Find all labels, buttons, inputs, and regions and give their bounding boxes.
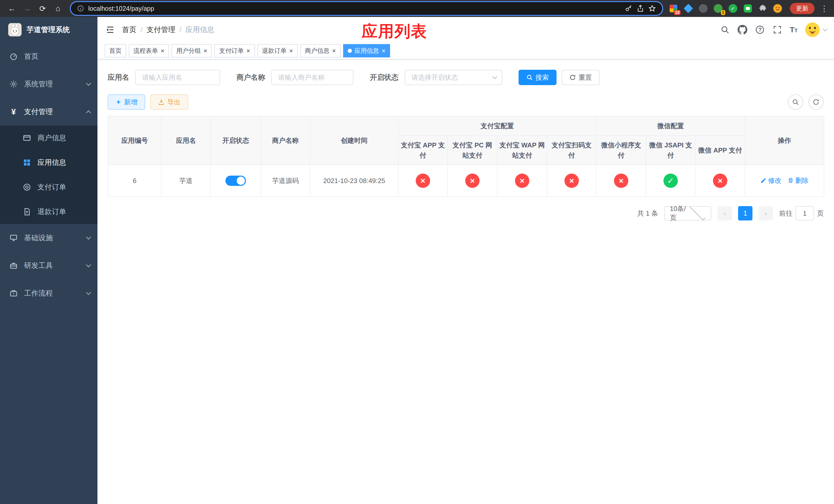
sidebar-item-home[interactable]: 首页: [0, 43, 97, 70]
toggle-search-button[interactable]: [788, 94, 803, 110]
address-bar[interactable]: localhost:1024/pay/app: [71, 2, 662, 15]
sub-header-alipay-wap: 支付宝 WAP 网站支付: [497, 136, 547, 165]
config-status-icon[interactable]: ×: [713, 174, 727, 188]
extensions-puzzle-icon[interactable]: [758, 3, 768, 14]
pagination: 共 1 条 10条/页 ‹ 1 › 前往 页: [108, 206, 824, 221]
status-select[interactable]: 请选择开启状态: [405, 70, 502, 85]
sidebar-item-payment[interactable]: ¥ 支付管理: [0, 98, 97, 125]
app-title: 芋道管理系统: [27, 25, 70, 35]
close-icon[interactable]: ×: [246, 47, 250, 54]
next-page-button[interactable]: ›: [759, 206, 773, 221]
browser-profile-icon[interactable]: [772, 3, 783, 14]
page-number-1[interactable]: 1: [738, 206, 752, 221]
prev-page-button[interactable]: ‹: [718, 206, 732, 221]
browser-back-button[interactable]: ←: [5, 2, 19, 15]
status-label: 开启状态: [370, 72, 398, 82]
sidebar-item-workflow[interactable]: 工作流程: [0, 279, 97, 307]
breadcrumb-payment[interactable]: 支付管理: [147, 25, 175, 35]
extension-icon-chat[interactable]: [743, 3, 753, 14]
tab-merchant-info[interactable]: 商户信息×: [300, 44, 341, 58]
share-icon[interactable]: [637, 5, 644, 12]
fullscreen-icon[interactable]: [772, 25, 783, 35]
browser-menu-icon[interactable]: ⋮: [820, 4, 829, 13]
tab-app-info[interactable]: 应用信息×: [343, 44, 390, 58]
config-status-icon[interactable]: ×: [416, 174, 430, 188]
tab-refund-orders[interactable]: 退款订单×: [258, 44, 298, 58]
config-status-icon[interactable]: ✓: [663, 174, 678, 188]
browser-update-button[interactable]: 更新: [790, 3, 814, 14]
sidebar-item-label: 基础设施: [24, 233, 81, 243]
sub-header-wechat-mini: 微信小程序支付: [596, 136, 646, 165]
close-icon[interactable]: ×: [381, 47, 386, 54]
goto-page-input[interactable]: [795, 206, 814, 221]
extension-icon-gem[interactable]: [683, 3, 694, 14]
tab-pay-orders[interactable]: 支付订单×: [214, 44, 255, 58]
extension-icon-grid[interactable]: 10: [668, 3, 679, 14]
tab-home[interactable]: 首页: [105, 44, 126, 58]
sidebar-item-system[interactable]: 系统管理: [0, 70, 97, 98]
chevron-down-icon: [86, 81, 91, 86]
sidebar-toggle-icon[interactable]: [105, 24, 116, 36]
button-label: 搜索: [535, 73, 549, 82]
breadcrumb-home[interactable]: 首页: [122, 25, 136, 35]
tab-user-group[interactable]: 用户分组×: [172, 44, 212, 58]
logo-row[interactable]: 芋道管理系统: [0, 17, 97, 43]
add-button[interactable]: 新增: [108, 94, 145, 110]
config-status-icon[interactable]: ×: [614, 174, 628, 188]
sidebar-item-infrastructure[interactable]: 基础设施: [0, 224, 97, 252]
sidebar-item-pay-orders[interactable]: 支付订单: [0, 175, 97, 200]
sidebar-item-app-info[interactable]: 应用信息: [0, 150, 97, 175]
delete-link[interactable]: 删除: [788, 176, 809, 185]
reset-button[interactable]: 重置: [562, 70, 599, 85]
app-name-input[interactable]: [135, 70, 220, 85]
tab-process-form[interactable]: 流程表单×: [129, 44, 169, 58]
export-button[interactable]: 导出: [150, 94, 188, 110]
sidebar-item-refund-orders[interactable]: 退款订单: [0, 200, 97, 224]
close-icon[interactable]: ×: [203, 47, 207, 54]
extension-icon-check[interactable]: ✓: [728, 3, 738, 14]
status-toggle[interactable]: [225, 176, 246, 186]
search-icon[interactable]: [720, 25, 730, 35]
merchant-name-label: 商户名称: [237, 72, 265, 82]
sidebar-item-devtools[interactable]: 研发工具: [0, 252, 97, 279]
font-size-icon[interactable]: TT: [790, 25, 797, 34]
user-avatar[interactable]: [805, 22, 827, 38]
browser-home-button[interactable]: ⌂: [51, 2, 65, 15]
logo-avatar: [8, 23, 22, 37]
edit-link[interactable]: 修改: [761, 176, 782, 185]
bookmark-star-icon[interactable]: [648, 5, 656, 12]
dashboard-icon: [9, 52, 18, 61]
browser-reload-button[interactable]: ⟳: [36, 2, 49, 15]
search-button[interactable]: 搜索: [519, 70, 556, 85]
close-icon[interactable]: ×: [332, 47, 336, 54]
url-text[interactable]: localhost:1024/pay/app: [88, 5, 621, 12]
merchant-name-input[interactable]: [271, 70, 353, 85]
config-status-icon[interactable]: ×: [515, 174, 529, 188]
page-size-select[interactable]: 10条/页: [664, 206, 711, 221]
sidebar-item-merchant-info[interactable]: 商户信息: [0, 125, 97, 150]
col-header-app-id: 应用编号: [108, 116, 161, 165]
browser-toolbar: ← → ⟳ ⌂ localhost:1024/pay/app: [0, 0, 834, 17]
help-icon[interactable]: ?: [755, 25, 765, 35]
config-status-icon[interactable]: ×: [465, 174, 480, 188]
chevron-down-icon: [689, 205, 705, 221]
password-key-icon[interactable]: [625, 5, 632, 12]
config-status-icon[interactable]: ×: [565, 174, 579, 188]
cell-operations: 修改 删除: [745, 165, 824, 197]
sidebar-item-label: 研发工具: [24, 261, 81, 271]
github-icon[interactable]: [737, 25, 748, 35]
grid-apps-icon: [23, 158, 31, 167]
breadcrumb-current: 应用信息: [186, 25, 214, 35]
extension-badge: 1: [721, 10, 725, 15]
close-icon[interactable]: ×: [160, 47, 164, 54]
refresh-table-button[interactable]: [808, 94, 824, 110]
extension-icon-dark[interactable]: [698, 3, 708, 14]
extension-icon-avatar[interactable]: 1: [713, 3, 723, 14]
dark-circle-icon: [699, 4, 707, 13]
close-icon[interactable]: ×: [289, 47, 293, 54]
site-info-icon[interactable]: [77, 5, 84, 12]
browser-forward-button[interactable]: →: [21, 2, 34, 15]
col-header-operations: 操作: [745, 116, 824, 165]
sub-header-alipay-app: 支付宝 APP 支付: [398, 136, 447, 165]
chevron-up-icon: [86, 110, 91, 115]
